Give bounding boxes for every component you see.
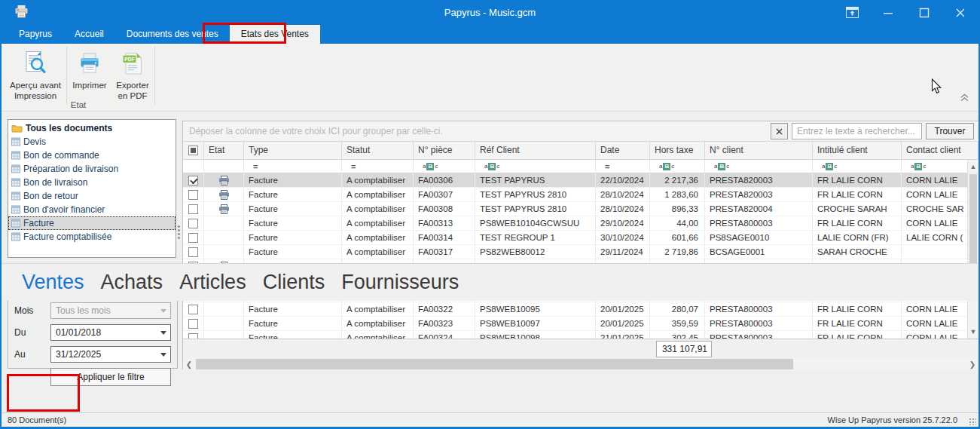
row-checkbox[interactable] (188, 319, 198, 329)
search-input[interactable] (792, 123, 922, 139)
module-tab-achats[interactable]: Achats (93, 271, 172, 294)
cell-statut: A comptabiliser (342, 302, 414, 317)
horizontal-scroll-thumb[interactable] (196, 359, 793, 369)
sidebar-item-bon-de-retour[interactable]: Bon de retour (8, 189, 176, 203)
row-checkbox[interactable] (188, 190, 198, 200)
table-row[interactable]: FactureA comptabiliserFA00317PS82WEB8001… (183, 245, 969, 259)
table-row[interactable]: FactureA comptabiliserFA00323PS8WEB10097… (183, 317, 969, 331)
cell-select[interactable] (183, 231, 204, 245)
abc-filter-icon: aBc (911, 163, 926, 170)
clear-search-button[interactable] (771, 123, 788, 139)
filter-cell-type[interactable]: = (244, 160, 342, 173)
find-button[interactable]: Trouver (926, 123, 974, 139)
table-row[interactable]: FactureA comptabiliserFA00322PS8WEB10095… (183, 302, 969, 317)
module-tab-ventes[interactable]: Ventes (14, 271, 93, 294)
row-checkbox[interactable] (188, 247, 198, 257)
cell-select[interactable] (183, 331, 204, 339)
row-checkbox[interactable] (188, 233, 198, 243)
ribbon-tab-etats-des-ventes[interactable]: Etats des Ventes (230, 25, 320, 44)
export-pdf-button[interactable]: PDF Exporter en PDF (111, 47, 154, 101)
cell-statut: A comptabiliser (342, 231, 414, 245)
scroll-left-icon[interactable]: ❮ (183, 358, 195, 370)
table-row[interactable]: FactureA comptabiliserFA00324PS8WEB10098… (183, 331, 969, 339)
chevron-down-icon[interactable] (156, 347, 170, 362)
cell-select[interactable] (183, 202, 204, 216)
row-checkbox[interactable] (188, 219, 198, 228)
cell-select[interactable] (183, 302, 204, 317)
scroll-right-icon[interactable]: ❯ (966, 358, 978, 370)
row-checkbox[interactable] (188, 204, 198, 214)
equals-filter-icon: = (351, 162, 356, 171)
table-row[interactable]: FactureA comptabiliserFA00313PS8WEB10104… (183, 216, 969, 231)
print-button[interactable]: Imprimer (69, 47, 110, 90)
column-header-contact-client[interactable]: Contact client (902, 142, 978, 160)
filter-cell-intitule[interactable]: aBc (813, 160, 902, 173)
cell-select[interactable] (183, 317, 204, 331)
column-header-n-client[interactable]: N° client (705, 142, 813, 160)
cell-intitule: FR LALIE CORN (813, 302, 902, 317)
combo-au[interactable]: 31/12/2025 (50, 346, 171, 363)
column-header-statut[interactable]: Statut (342, 142, 414, 160)
cell-select[interactable] (183, 173, 204, 188)
column-header-n-pi-ce[interactable]: N° pièce (414, 142, 475, 160)
ribbon-tab-accueil[interactable]: Accueil (63, 25, 115, 44)
apply-filter-button[interactable]: Appliquer le filtre (50, 368, 171, 386)
column-header-hors-taxe[interactable]: Hors taxe (650, 142, 705, 160)
filter-field-label: Mois (14, 305, 50, 316)
chevron-down-icon[interactable] (156, 325, 170, 340)
close-icon[interactable] (953, 5, 968, 20)
scroll-up-icon[interactable]: ▲ (968, 161, 978, 173)
ribbon-tab-papyrus[interactable]: Papyrus (8, 25, 63, 44)
minimize-icon[interactable] (881, 5, 896, 20)
select-all-checkbox[interactable] (188, 146, 198, 155)
cell-contact: CORN LALIE (902, 317, 969, 331)
row-checkbox[interactable] (188, 176, 198, 185)
sidebar-item-bon-d-avoir-financier[interactable]: Bon d'avoir financier (8, 203, 176, 216)
sidebar-item-facture[interactable]: Facture (8, 216, 176, 230)
sidebar-item-bon-de-livraison[interactable]: Bon de livraison (8, 176, 176, 189)
cell-select[interactable] (183, 216, 204, 231)
sidebar-item-facture-comptabilis-e[interactable]: Facture comptabilisée (8, 230, 176, 244)
horizontal-scrollbar[interactable]: ❮ ❯ (183, 358, 978, 370)
filter-cell-nclient[interactable]: aBc (705, 160, 813, 173)
main-area: Tous les documentsDevisBon de commandePr… (2, 112, 978, 375)
print-preview-button[interactable]: Aperçu avant Impression (8, 47, 63, 101)
filter-cell-date[interactable]: = (596, 160, 650, 173)
table-row[interactable]: FactureA comptabiliserFA00307TEST PAPYRU… (183, 188, 969, 202)
resize-grip[interactable] (969, 418, 976, 425)
sidebar-item-pr-paration-de-livraison[interactable]: Préparation de livraison (8, 162, 176, 176)
module-tab-clients[interactable]: Clients (255, 271, 334, 294)
module-tab-articles[interactable]: Articles (171, 271, 255, 294)
table-row[interactable]: FactureA comptabiliserFA00314TEST REGROU… (183, 231, 969, 245)
printed-icon (218, 204, 230, 214)
table-row[interactable]: FactureA comptabiliserFA00308TEST PAPYRU… (183, 202, 969, 216)
panel-splitter[interactable]: •••• (176, 217, 182, 247)
column-header-date[interactable]: Date (596, 142, 650, 160)
combo-du[interactable]: 01/01/2018 (50, 324, 171, 341)
filter-cell-statut[interactable]: = (342, 160, 414, 173)
show-above-ribbon-icon[interactable] (844, 5, 859, 20)
module-tab-fournisseurs[interactable]: Fournisseurs (333, 271, 467, 294)
filter-cell-piece[interactable]: aBc (414, 160, 475, 173)
sidebar-item-tous-les-documents[interactable]: Tous les documents (8, 121, 176, 135)
ribbon-tab-documents-des-ventes[interactable]: Documents des ventes (115, 25, 230, 44)
filter-cell-contact[interactable]: aBc (902, 160, 969, 173)
cell-select[interactable] (183, 245, 204, 259)
cell-select[interactable] (183, 188, 204, 202)
table-row[interactable]: FactureA comptabiliserFA00306TEST PAPYRU… (183, 173, 969, 188)
sidebar-item-bon-de-commande[interactable]: Bon de commande (8, 149, 176, 162)
column-header-intitul-client[interactable]: Intitulé client (813, 142, 902, 160)
column-header-r-f-client[interactable]: Réf Client (475, 142, 596, 160)
column-header-select[interactable] (183, 142, 204, 160)
maximize-icon[interactable] (917, 5, 932, 20)
column-header-type[interactable]: Type (244, 142, 342, 160)
sidebar-item-devis[interactable]: Devis (8, 135, 176, 149)
row-checkbox[interactable] (188, 305, 198, 314)
filter-cell-ref[interactable]: aBc (475, 160, 596, 173)
scroll-down-icon[interactable]: ▼ (968, 326, 978, 338)
collapse-ribbon-icon[interactable] (960, 91, 969, 105)
vertical-scrollbar[interactable]: ▲ ▼ (967, 160, 978, 339)
row-checkbox[interactable] (188, 333, 198, 339)
filter-cell-ht[interactable]: aBc (650, 160, 705, 173)
column-header-etat[interactable]: Etat (204, 142, 244, 160)
